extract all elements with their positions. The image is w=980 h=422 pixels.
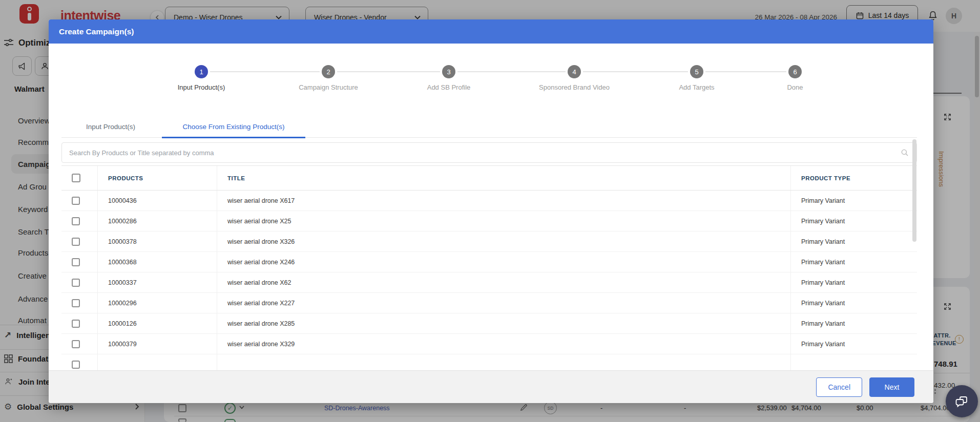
cell-product-type: Primary Variant xyxy=(790,313,917,333)
row-checkbox[interactable] xyxy=(72,299,80,307)
select-all-checkbox[interactable] xyxy=(72,174,80,182)
cell-title: wiser aerial drone X246 xyxy=(217,252,790,272)
cell-product-type: Primary Variant xyxy=(790,231,917,251)
product-search xyxy=(61,142,917,163)
step-connector-line xyxy=(457,71,566,72)
cell-product-type: Primary Variant xyxy=(790,191,917,210)
step-label-3: Add SB Profile xyxy=(398,83,500,91)
table-scrollbar-thumb[interactable] xyxy=(912,139,916,242)
table-header-row: PRODUCTS TITLE PRODUCT TYPE xyxy=(61,165,917,191)
search-input[interactable] xyxy=(69,149,900,157)
cell-title: wiser aerial drone X227 xyxy=(217,293,790,313)
product-table-body: 10000436wiser aerial drone X617Primary V… xyxy=(61,191,917,370)
step-connector-line xyxy=(210,71,320,72)
cell-product: 10000286 xyxy=(97,211,217,231)
active-tab-underline xyxy=(162,137,305,138)
cell-title: wiser aerial drone X326 xyxy=(217,231,790,251)
step-connector-line xyxy=(337,71,440,72)
search-icon xyxy=(900,148,909,157)
step-circle-5[interactable]: 5 xyxy=(690,65,703,78)
cell-title: wiser aerial drone X285 xyxy=(217,313,790,333)
column-header-title: TITLE xyxy=(227,175,245,181)
column-header-product-type: PRODUCT TYPE xyxy=(801,175,850,181)
table-row: 10000378wiser aerial drone X326Primary V… xyxy=(61,231,917,252)
cancel-button[interactable]: Cancel xyxy=(816,377,862,397)
cell-product-type: Primary Variant xyxy=(790,293,917,313)
row-checkbox[interactable] xyxy=(72,340,80,348)
cell-product: 10000378 xyxy=(97,231,217,251)
table-row: 10000296wiser aerial drone X227Primary V… xyxy=(61,293,917,313)
chat-widget-button[interactable] xyxy=(946,385,978,417)
cell-product-type: Primary Variant xyxy=(790,252,917,272)
table-row: 10000379wiser aerial drone X329Primary V… xyxy=(61,334,917,354)
cell-title: wiser aerial drone X617 xyxy=(217,191,790,210)
table-row: 10000126wiser aerial drone X285Primary V… xyxy=(61,313,917,334)
step-circle-1[interactable]: 1 xyxy=(195,65,208,78)
table-row: 10000337wiser aerial drone X62Primary Va… xyxy=(61,272,917,293)
table-row: 10000436wiser aerial drone X617Primary V… xyxy=(61,191,917,211)
step-connector-line xyxy=(583,71,688,72)
row-checkbox[interactable] xyxy=(72,320,80,328)
column-header-products: PRODUCTS xyxy=(108,175,143,181)
table-row: 10000286wiser aerial drone X25Primary Va… xyxy=(61,211,917,231)
modal-footer: Cancel Next xyxy=(49,370,933,403)
tab-choose-existing-products[interactable]: Choose From Existing Product(s) xyxy=(162,115,305,138)
cell-product-type: Primary Variant xyxy=(790,272,917,292)
table-row: 10000368wiser aerial drone X246Primary V… xyxy=(61,252,917,272)
cell-title: wiser aerial drone X25 xyxy=(217,211,790,231)
row-checkbox[interactable] xyxy=(72,217,80,225)
step-label-1: Input Product(s) xyxy=(150,83,253,91)
row-checkbox[interactable] xyxy=(72,238,80,246)
cell-product: 10000436 xyxy=(97,191,217,210)
cell-product: 10000296 xyxy=(97,293,217,313)
chat-bubbles-icon xyxy=(955,394,969,409)
step-circle-2[interactable]: 2 xyxy=(322,65,335,78)
create-campaigns-modal: Create Campaign(s) 1Input Product(s)2Cam… xyxy=(49,19,933,403)
cell-product: 10000368 xyxy=(97,252,217,272)
row-checkbox[interactable] xyxy=(72,258,80,266)
cell-product: 10000379 xyxy=(97,334,217,354)
modal-header: Create Campaign(s) xyxy=(49,19,933,44)
cell-title: wiser aerial drone X329 xyxy=(217,334,790,354)
step-circle-4[interactable]: 4 xyxy=(568,65,581,78)
cell-title: wiser aerial drone X62 xyxy=(217,272,790,292)
step-label-5: Add Targets xyxy=(645,83,748,91)
cell-product-type: Primary Variant xyxy=(790,211,917,231)
modal-title: Create Campaign(s) xyxy=(59,27,134,36)
row-checkbox[interactable] xyxy=(72,279,80,287)
table-row xyxy=(61,354,917,370)
cell-product-type: Primary Variant xyxy=(790,334,917,354)
step-connector-line xyxy=(705,71,786,72)
cell-product: 10000126 xyxy=(97,313,217,333)
step-label-6: Done xyxy=(744,83,846,91)
step-circle-3[interactable]: 3 xyxy=(442,65,455,78)
step-circle-6[interactable]: 6 xyxy=(788,65,802,78)
step-label-4: Sponsored Brand Video xyxy=(523,83,625,91)
tab-input-products[interactable]: Input Product(s) xyxy=(70,115,152,138)
row-checkbox[interactable] xyxy=(72,361,80,369)
row-checkbox[interactable] xyxy=(72,197,80,205)
next-button[interactable]: Next xyxy=(869,377,914,397)
tab-bar: Input Product(s) Choose From Existing Pr… xyxy=(61,115,917,138)
step-label-2: Campaign Structure xyxy=(277,83,380,91)
cell-product: 10000337 xyxy=(97,272,217,292)
